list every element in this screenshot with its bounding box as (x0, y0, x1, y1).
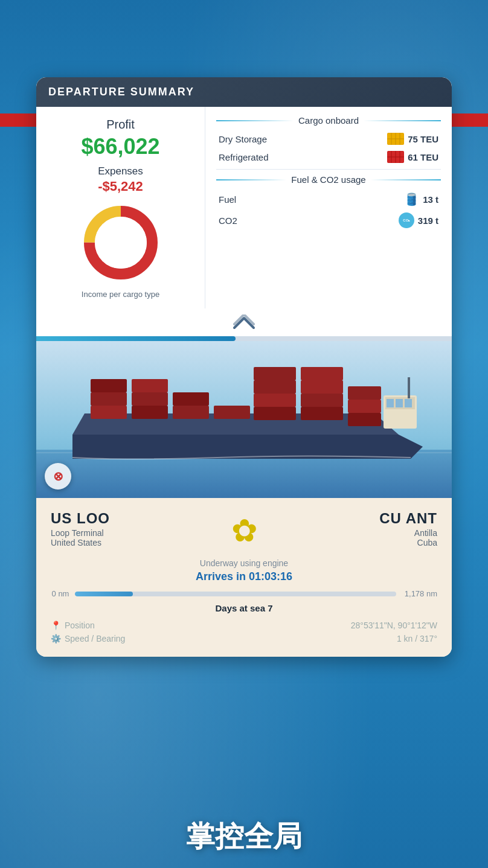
svg-rect-42 (396, 399, 403, 407)
distance-bar-row: 0 nm 1,178 nm (51, 589, 437, 598)
speed-value: 1 kn / 317° (397, 634, 437, 643)
route-row: US LOO Loop Terminal United States ✿ CU … (51, 510, 437, 549)
main-card: DEPARTURE SUMMARY Profit $66,022 Expense… (36, 77, 452, 657)
dry-storage-row: Dry Storage 75 TEU (216, 133, 441, 145)
voyage-info: Underway using engine Arrives in 01:03:1… (51, 558, 437, 613)
fuel-co2-title: Fuel & CO2 usage (291, 174, 365, 185)
profit-value: $66,022 (48, 134, 193, 159)
dest-name: Antilla (379, 528, 437, 538)
svg-rect-43 (405, 399, 412, 407)
refrigerated-value: 61 TEU (387, 151, 438, 163)
section-line-right (364, 120, 441, 121)
position-icon: 📍 (51, 621, 61, 630)
svg-rect-24 (132, 379, 168, 392)
position-row: 📍 Position 28°53'11"N, 90°1'12"W (51, 621, 437, 630)
position-value: 28°53'11"N, 90°1'12"W (351, 621, 437, 630)
days-at-sea: Days at sea 7 (51, 603, 437, 613)
speed-icon: ⚙️ (51, 634, 61, 643)
fuel-row: Fuel 🛢️ 13 t (216, 192, 441, 206)
svg-rect-36 (348, 386, 381, 400)
refrigerated-icon (387, 151, 404, 163)
income-per-cargo-label: Income per cargo type (48, 290, 193, 299)
svg-rect-23 (132, 406, 168, 419)
chinese-tagline: 掌控全局 (0, 817, 488, 856)
distance-end: 1,178 nm (401, 589, 437, 598)
distance-bar (75, 592, 396, 596)
donut-chart-container (48, 200, 193, 285)
fuel-value: 🛢️ 13 t (404, 192, 438, 206)
progress-bar-area (36, 308, 452, 341)
svg-rect-28 (254, 380, 296, 394)
dest-country: Cuba (379, 538, 437, 547)
dest-port: CU ANT Antilla Cuba (379, 510, 437, 547)
voyage-eta: Arrives in 01:03:16 (51, 570, 437, 583)
fuel-label: Fuel (219, 194, 236, 205)
distance-start: 0 nm (51, 589, 70, 598)
svg-rect-35 (301, 367, 343, 380)
co2-value: CO₂ 319 t (399, 212, 438, 228)
co2-label: CO2 (219, 215, 237, 226)
stats-section: Profit $66,022 Expenses -$5,242 Income p… (36, 107, 452, 308)
cargo-onboard-header: Cargo onboard (216, 115, 441, 126)
dest-code: CU ANT (379, 510, 437, 527)
svg-rect-27 (214, 406, 250, 419)
svg-rect-44 (408, 377, 410, 398)
origin-code: US LOO (51, 510, 110, 527)
profit-panel: Profit $66,022 Expenses -$5,242 Income p… (36, 107, 205, 308)
fuel-icon: 🛢️ (404, 192, 419, 206)
propeller-icon: ✿ (231, 512, 258, 549)
svg-rect-38 (348, 413, 381, 426)
cancel-icon: ⊗ (53, 469, 63, 483)
chevron-up-icon[interactable] (232, 314, 256, 331)
chevron-area (36, 308, 452, 336)
fuel-co2-header: Fuel & CO2 usage (216, 174, 441, 185)
bottom-panel: US LOO Loop Terminal United States ✿ CU … (36, 498, 452, 657)
svg-rect-34 (301, 407, 343, 420)
svg-rect-37 (348, 400, 381, 413)
fuel-line-left (216, 179, 286, 180)
expenses-value: -$5,242 (48, 179, 193, 194)
cargo-fuel-panel: Cargo onboard Dry Storage 75 TEU (205, 107, 452, 308)
dry-storage-value: 75 TEU (387, 133, 438, 145)
card-header: DEPARTURE SUMMARY (36, 77, 452, 107)
refrigerated-row: Refrigerated 61 TEU (216, 151, 441, 163)
speed-row: ⚙️ Speed / Bearing 1 kn / 317° (51, 634, 437, 643)
svg-rect-21 (91, 379, 127, 392)
svg-rect-29 (254, 394, 296, 407)
distance-fill (75, 592, 133, 596)
origin-country: United States (51, 538, 110, 547)
ship-area: ⊗ (36, 341, 452, 498)
voyage-status: Underway using engine (51, 558, 437, 568)
svg-rect-20 (91, 406, 127, 419)
svg-rect-26 (173, 406, 209, 419)
svg-rect-19 (91, 392, 127, 406)
progress-bar-track (36, 336, 452, 341)
svg-rect-33 (301, 394, 343, 407)
svg-point-3 (95, 217, 147, 269)
svg-rect-30 (254, 407, 296, 420)
svg-rect-41 (387, 399, 394, 407)
origin-name: Loop Terminal (51, 528, 110, 538)
profit-label: Profit (48, 118, 193, 132)
dry-storage-icon (387, 133, 404, 145)
cancel-button[interactable]: ⊗ (45, 463, 71, 490)
dry-storage-label: Dry Storage (219, 134, 267, 144)
origin-port: US LOO Loop Terminal United States (51, 510, 110, 547)
donut-chart (79, 200, 163, 285)
speed-key: Speed / Bearing (65, 634, 397, 643)
refrigerated-label: Refrigerated (219, 152, 269, 162)
section-line-left (216, 120, 294, 121)
svg-rect-32 (301, 380, 343, 394)
svg-rect-25 (173, 392, 209, 406)
svg-rect-31 (254, 367, 296, 380)
position-key: Position (65, 621, 351, 630)
cargo-onboard-title: Cargo onboard (298, 115, 359, 126)
card-header-title: DEPARTURE SUMMARY (48, 86, 194, 98)
progress-bar-fill (36, 336, 236, 341)
co2-icon: CO₂ (399, 212, 414, 228)
expenses-label: Expenses (48, 165, 193, 177)
co2-row: CO2 CO₂ 319 t (216, 212, 441, 228)
ship-svg (36, 341, 452, 498)
svg-rect-22 (132, 392, 168, 406)
fuel-line-right (371, 179, 441, 180)
